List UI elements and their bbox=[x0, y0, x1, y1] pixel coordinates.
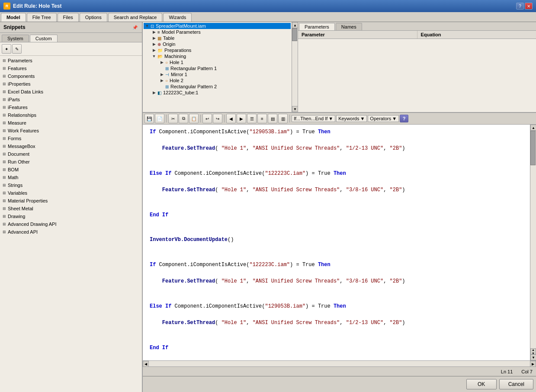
operators-dropdown[interactable]: Operators ▼ bbox=[368, 115, 399, 122]
ft-item-tube[interactable]: ▶ ◧ 122223C_tube:1 bbox=[144, 90, 291, 96]
code-line-7 bbox=[150, 178, 526, 186]
tree-item-measure[interactable]: ⊞ Measure bbox=[0, 119, 142, 127]
tab-wizards[interactable]: Wizards bbox=[163, 13, 192, 22]
mirror-icon: ⊣ bbox=[165, 72, 169, 77]
hscroll-left-button[interactable]: ◀ bbox=[143, 361, 149, 366]
tree-item-material-props[interactable]: ⊞ Material Properties bbox=[0, 197, 142, 205]
tree-item-iparts[interactable]: ⊞ iParts bbox=[0, 96, 142, 103]
tree-label: Math bbox=[8, 175, 18, 180]
expand-icon: ⊞ bbox=[1, 104, 8, 111]
if-then-dropdown[interactable]: If...Then...End If ▼ bbox=[292, 115, 335, 122]
vscroll-thumb[interactable] bbox=[292, 28, 297, 41]
new-button[interactable]: 📄 bbox=[155, 114, 164, 123]
tree-label: Advanced API bbox=[8, 229, 38, 235]
paste-button[interactable]: 📋 bbox=[189, 114, 199, 123]
ft-item-preparations[interactable]: ▶ 📁 Preparations bbox=[144, 47, 291, 53]
tree-item-drawing[interactable]: ⊞ Drawing bbox=[0, 212, 142, 220]
code-editor[interactable]: If Component.iComponentIsActive("129053B… bbox=[143, 125, 530, 360]
tree-item-messagebox[interactable]: ⊞ MessageBox bbox=[0, 142, 142, 150]
code-vscroll-thumb[interactable] bbox=[530, 131, 536, 165]
tab-parameters[interactable]: Parameters bbox=[299, 23, 335, 30]
tab-files[interactable]: Files bbox=[58, 13, 79, 22]
tab-search-replace[interactable]: Search and Replace bbox=[108, 13, 163, 22]
cancel-button[interactable]: Cancel bbox=[499, 379, 533, 389]
edit-snippet-button[interactable]: ✎ bbox=[12, 44, 22, 54]
code-line-5 bbox=[150, 161, 526, 170]
ok-button[interactable]: OK bbox=[466, 379, 497, 389]
ft-item-root[interactable]: ▼ ⊡ SpreaderPlatMount.iam bbox=[144, 23, 291, 29]
ft-item-rect-pattern2[interactable]: ⊞ Rectangular Pattern 2 bbox=[144, 84, 291, 90]
vscroll-up-small-button[interactable]: ▲ bbox=[532, 348, 535, 351]
vscroll-up-button[interactable]: ▲ bbox=[292, 22, 298, 28]
tree-item-features[interactable]: ⊞ Features bbox=[0, 64, 142, 72]
status-line: Ln 11 bbox=[501, 369, 513, 374]
code-line-12 bbox=[150, 219, 526, 228]
tab-options[interactable]: Options bbox=[80, 13, 107, 22]
ft-item-rect-pattern1[interactable]: ⊞ Rectangular Pattern 1 bbox=[144, 65, 291, 71]
redo-button[interactable]: ↪ bbox=[213, 114, 222, 123]
tab-model[interactable]: Model bbox=[1, 13, 26, 22]
ft-item-hole2[interactable]: ▶ ○ Hole 2 bbox=[144, 77, 291, 84]
expand-icon: ⊞ bbox=[1, 166, 8, 173]
tab-file-tree[interactable]: File Tree bbox=[27, 13, 57, 22]
code-line-18 bbox=[150, 269, 526, 277]
tree-item-run-other[interactable]: ⊞ Run Other bbox=[0, 158, 142, 166]
close-window-button[interactable]: ✕ bbox=[525, 3, 533, 10]
tree-item-ifeatures[interactable]: ⊞ iFeatures bbox=[0, 103, 142, 111]
help-window-button[interactable]: ? bbox=[516, 3, 524, 10]
toolbar-separator-4 bbox=[289, 115, 290, 122]
tree-item-adv-api[interactable]: ⊞ Advanced API bbox=[0, 228, 142, 236]
indent-right-button[interactable]: ▶ bbox=[237, 114, 246, 123]
code-vscroll-down-button[interactable]: ▼ bbox=[530, 354, 536, 360]
ft-item-machining[interactable]: ▼ 📂 Machining bbox=[144, 53, 291, 59]
tree-item-excel[interactable]: ⊞ Excel Data Links bbox=[0, 88, 142, 96]
new-snippet-button[interactable]: ✦ bbox=[2, 44, 11, 54]
subtab-custom[interactable]: Custom bbox=[30, 35, 58, 42]
align-right-button[interactable]: ▥ bbox=[278, 114, 288, 123]
parameters-panel: Parameters Names Parameter Equation bbox=[298, 22, 536, 112]
align-left-button[interactable]: ☰ bbox=[247, 114, 257, 123]
tree-item-bom[interactable]: ⊞ BOM bbox=[0, 166, 142, 174]
code-line-10 bbox=[150, 203, 526, 211]
code-vscroll-up-button[interactable]: ▲ bbox=[530, 125, 536, 131]
tree-item-relationships[interactable]: ⊞ Relationships bbox=[0, 111, 142, 119]
expand-icon: ⊞ bbox=[1, 112, 8, 119]
keywords-dropdown[interactable]: Keywords ▼ bbox=[336, 115, 367, 122]
ft-item-mirror1[interactable]: ▶ ⊣ Mirror 1 bbox=[144, 71, 291, 77]
help-button[interactable]: ? bbox=[400, 115, 408, 122]
align-center-button[interactable]: ≡ bbox=[257, 114, 267, 123]
align-justify-button[interactable]: ▤ bbox=[268, 114, 277, 123]
tree-item-variables[interactable]: ⊞ Variables bbox=[0, 189, 142, 197]
expand-icon: ⊞ bbox=[1, 57, 8, 64]
tree-item-sheet-metal[interactable]: ⊞ Sheet Metal bbox=[0, 205, 142, 212]
cut-button[interactable]: ✂ bbox=[168, 114, 178, 123]
tree-item-forms[interactable]: ⊞ Forms bbox=[0, 135, 142, 142]
snippets-title: Snippets bbox=[3, 24, 26, 30]
ft-item-model-params[interactable]: ▶ ≡ Model Parameters bbox=[144, 29, 291, 35]
ft-label: 122223C_tube:1 bbox=[163, 90, 198, 95]
tree-item-document[interactable]: ⊞ Document bbox=[0, 150, 142, 158]
tree-item-work-features[interactable]: ⊞ Work Features bbox=[0, 127, 142, 135]
undo-button[interactable]: ↩ bbox=[202, 114, 212, 123]
vscroll-down-button[interactable]: ▼ bbox=[292, 106, 298, 112]
copy-button[interactable]: ⧉ bbox=[179, 114, 188, 123]
tab-names[interactable]: Names bbox=[336, 23, 362, 30]
ft-item-table[interactable]: ▶ ▦ Table bbox=[144, 35, 291, 41]
ft-item-hole1[interactable]: ▶ ○ Hole 1 bbox=[144, 59, 291, 65]
tree-item-components[interactable]: ⊞ Components bbox=[0, 72, 142, 80]
indent-left-button[interactable]: ◀ bbox=[226, 114, 236, 123]
ft-item-origin[interactable]: ▶ ⊕ Origin bbox=[144, 41, 291, 47]
pin-button[interactable]: 📌 bbox=[132, 24, 138, 31]
tree-label: Relationships bbox=[8, 112, 36, 118]
tree-item-strings[interactable]: ⊞ Strings bbox=[0, 181, 142, 189]
tree-label: Strings bbox=[8, 183, 22, 188]
tree-item-math[interactable]: ⊞ Math bbox=[0, 174, 142, 181]
tree-item-adv-drawing[interactable]: ⊞ Advanced Drawing API bbox=[0, 220, 142, 228]
file-tree-vscrollbar: ▲ ▼ bbox=[292, 22, 298, 112]
hscroll-right-button[interactable]: ▶ bbox=[530, 361, 536, 366]
tree-item-parameters[interactable]: ⊞ Parameters bbox=[0, 57, 142, 64]
vscroll-bottom-btns: ▲ ▼ bbox=[530, 348, 536, 354]
save-button[interactable]: 💾 bbox=[144, 114, 154, 123]
tree-item-iproperties[interactable]: ⊞ iProperties bbox=[0, 80, 142, 88]
subtab-system[interactable]: System bbox=[2, 35, 29, 42]
